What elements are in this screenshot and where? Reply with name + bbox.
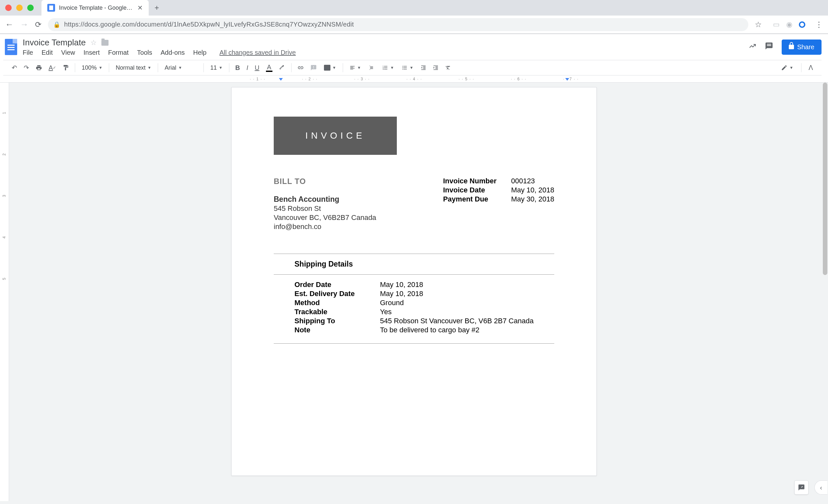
method-label: Method: [294, 299, 380, 307]
bill-name: Bench Accounting: [274, 195, 376, 204]
menu-addons[interactable]: Add-ons: [161, 49, 185, 56]
menu-edit[interactable]: Edit: [41, 49, 52, 56]
browser-menu-button[interactable]: ⋮: [815, 20, 823, 29]
shipping-title: Shipping Details: [274, 254, 554, 275]
line-spacing-dropdown[interactable]: [365, 63, 378, 73]
invoice-date-value: May 10, 2018: [511, 186, 554, 194]
insert-comment-button[interactable]: [308, 62, 320, 73]
browser-chrome: Invoice Template - Google Doc ✕ + ← → ⟳ …: [0, 0, 828, 34]
text-color-button[interactable]: A: [263, 62, 275, 74]
back-button[interactable]: ←: [5, 19, 13, 30]
comments-icon[interactable]: [765, 42, 773, 52]
increase-indent-button[interactable]: [430, 63, 441, 73]
collapse-toolbar-button[interactable]: ᐱ: [806, 62, 816, 74]
browser-tab[interactable]: Invoice Template - Google Doc ✕: [41, 0, 149, 15]
font-size-dropdown[interactable]: 11 ▼: [207, 62, 226, 73]
close-tab-icon[interactable]: ✕: [137, 4, 143, 12]
window-minimize-button[interactable]: [16, 4, 23, 11]
menu-tools[interactable]: Tools: [137, 49, 152, 56]
bookmark-star-icon[interactable]: ☆: [755, 20, 762, 29]
window-controls: [5, 4, 34, 11]
caret-down-icon: ▼: [789, 66, 793, 70]
share-button[interactable]: Share: [782, 40, 822, 55]
image-icon: [324, 65, 330, 71]
profile-indicator-icon[interactable]: [799, 22, 805, 28]
star-document-icon[interactable]: ☆: [90, 39, 97, 47]
insert-link-button[interactable]: [295, 62, 306, 73]
caret-down-icon: ▼: [148, 66, 151, 70]
move-folder-icon[interactable]: [101, 40, 109, 46]
numbered-list-dropdown[interactable]: ▼: [379, 63, 397, 73]
horizontal-ruler[interactable]: · · 1 · · · · 2 · · · · 3 · · · · 4 · · …: [0, 76, 828, 83]
underline-button[interactable]: U: [252, 62, 262, 74]
clear-formatting-button[interactable]: [443, 63, 454, 73]
document-page[interactable]: INVOICE BILL TO Bench Accounting 545 Rob…: [231, 87, 597, 476]
style-dropdown[interactable]: Normal text ▼: [113, 62, 155, 73]
vertical-ruler[interactable]: 1 2 3 4 5: [0, 83, 9, 501]
font-dropdown[interactable]: Arial ▼: [161, 62, 200, 73]
menu-bar: File Edit View Insert Format Tools Add-o…: [23, 49, 745, 56]
paint-format-button[interactable]: [60, 62, 72, 73]
window-maximize-button[interactable]: [27, 4, 34, 11]
decrease-indent-button[interactable]: [418, 63, 429, 73]
insert-image-button[interactable]: ▼: [321, 63, 339, 73]
bill-city: Vancouver BC, V6B2B7 Canada: [274, 213, 376, 222]
document-canvas: 1 2 3 4 5 INVOICE BILL TO Bench Accounti…: [0, 83, 828, 501]
trackable-value: Yes: [380, 308, 391, 316]
menu-format[interactable]: Format: [108, 49, 129, 56]
caret-down-icon: ▼: [332, 66, 336, 70]
menu-view[interactable]: View: [61, 49, 75, 56]
toolbar: ↶ ↷ A✓ 100% ▼ Normal text ▼ Arial ▼ 11 ▼: [3, 60, 822, 76]
spellcheck-button[interactable]: A✓: [46, 62, 58, 74]
side-panel-toggle[interactable]: ‹: [815, 480, 827, 495]
docs-favicon: [47, 4, 55, 12]
shipping-to-value: 545 Robson St Vancouver BC, V6B 2B7 Cana…: [380, 317, 534, 325]
explore-button[interactable]: [794, 480, 809, 495]
reload-button[interactable]: ⟳: [35, 20, 41, 29]
menu-file[interactable]: File: [23, 49, 33, 56]
italic-button[interactable]: I: [244, 62, 251, 74]
vertical-scrollbar[interactable]: [823, 83, 827, 501]
caret-down-icon: ▼: [178, 66, 182, 70]
bill-to-label: BILL TO: [274, 177, 376, 186]
window-close-button[interactable]: [5, 4, 12, 11]
print-button[interactable]: [33, 62, 45, 73]
align-dropdown[interactable]: ▼: [346, 63, 365, 73]
caret-down-icon: ▼: [390, 66, 394, 70]
scrollbar-thumb[interactable]: [823, 83, 827, 275]
new-tab-button[interactable]: +: [155, 3, 159, 12]
redo-button[interactable]: ↷: [21, 62, 32, 74]
activity-chart-icon[interactable]: [749, 42, 756, 52]
invoice-number-label: Invoice Number: [443, 177, 501, 185]
caret-down-icon: ▼: [98, 66, 102, 70]
chat-extension-icon[interactable]: ▭: [773, 20, 780, 29]
bill-street: 545 Robson St: [274, 204, 376, 213]
menu-help[interactable]: Help: [193, 49, 206, 56]
bulleted-list-dropdown[interactable]: ▼: [399, 63, 417, 73]
payment-due-value: May 30, 2018: [511, 195, 554, 203]
tab-title: Invoice Template - Google Doc: [59, 4, 133, 11]
editing-mode-dropdown[interactable]: ▼: [778, 62, 796, 73]
forward-button[interactable]: →: [20, 19, 29, 30]
docs-header: Invoice Template ☆ File Edit View Insert…: [0, 34, 828, 76]
share-label: Share: [797, 43, 815, 51]
trackable-label: Trackable: [294, 308, 380, 316]
share-lock-icon: [789, 45, 794, 49]
note-value: To be delivered to cargo bay #2: [380, 326, 480, 334]
document-title[interactable]: Invoice Template: [23, 38, 86, 48]
bill-section: BILL TO Bench Accounting 545 Robson St V…: [274, 177, 554, 232]
camera-extension-icon[interactable]: ◉: [786, 20, 792, 29]
caret-down-icon: ▼: [410, 66, 413, 70]
lock-icon: 🔒: [53, 21, 60, 28]
highlight-button[interactable]: [276, 62, 288, 73]
docs-logo[interactable]: [3, 37, 19, 57]
zoom-dropdown[interactable]: 100% ▼: [78, 62, 106, 73]
right-margin-marker[interactable]: [565, 78, 569, 81]
address-bar[interactable]: 🔒 https://docs.google.com/document/d/1ln…: [48, 18, 748, 31]
bold-button[interactable]: B: [233, 62, 242, 74]
invoice-number-value: 000123: [511, 177, 535, 185]
delivery-date-label: Est. Delivery Date: [294, 290, 380, 298]
undo-button[interactable]: ↶: [9, 62, 20, 74]
save-status[interactable]: All changes saved in Drive: [219, 49, 296, 56]
menu-insert[interactable]: Insert: [84, 49, 100, 56]
